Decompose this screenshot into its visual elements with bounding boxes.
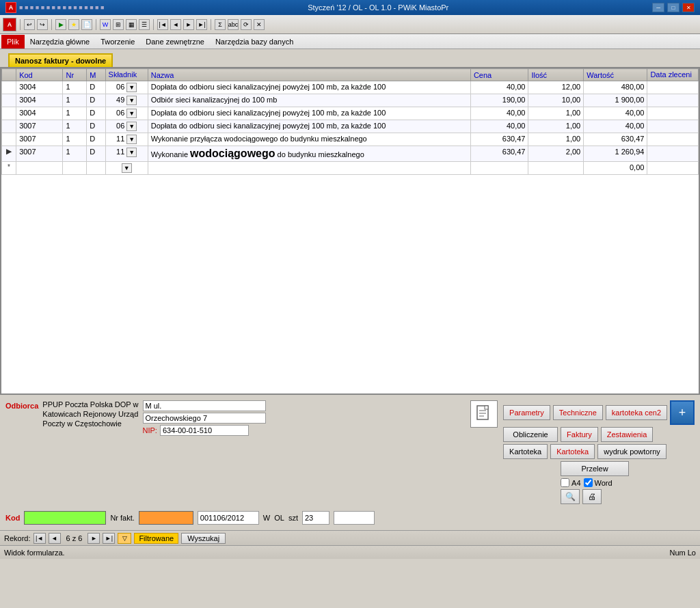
col-cena: Cena (470, 69, 528, 81)
word-checkbox[interactable] (584, 478, 593, 487)
dropdown-5[interactable]: ▼ (126, 135, 137, 144)
table-row-new: * ▼ 0,00 (2, 162, 699, 175)
svg-rect-1 (485, 406, 488, 409)
przelew-button[interactable]: Przelew (561, 461, 629, 476)
icon-star[interactable]: ★ (68, 19, 79, 30)
icon-nav-prev[interactable]: ◄ (170, 19, 181, 30)
filter-icon: ▽ (118, 533, 131, 544)
table-row: 3004 1 D 49 ▼ Odbiór sieci kanalizacyjne… (2, 94, 699, 107)
a4-checkbox[interactable] (561, 478, 569, 487)
icon-redo[interactable]: ↪ (37, 19, 48, 30)
kartoteka2-button[interactable]: Kartoteka (550, 444, 595, 459)
table-row: 3007 1 D 06 ▼ Dopłata do odbioru sieci k… (2, 120, 699, 133)
company-line3: Poczty w Częstochowie (42, 419, 138, 428)
form-title: Nanosz faktury - dowolne (8, 53, 113, 67)
a4-label: A4 (571, 479, 580, 487)
icon-doc[interactable]: 📄 (81, 19, 92, 30)
menu-plik[interactable]: Plik (1, 35, 25, 49)
menu-bar: Plik Narzędzia główne Tworzenie Dane zew… (0, 34, 700, 49)
kartoteka-cen2-button[interactable]: kartoteka cen2 (606, 405, 667, 420)
w-label: W (263, 514, 270, 522)
address-field2[interactable] (143, 413, 266, 424)
nip-field[interactable] (160, 425, 249, 436)
nav-next-button[interactable]: ► (88, 533, 100, 544)
dropdown-3[interactable]: ▼ (126, 109, 137, 118)
col-skladnik: Skła­dnik (105, 69, 148, 81)
techniczne-button[interactable]: Techniczne (553, 405, 603, 420)
col-wartosc: Wartość (584, 69, 647, 81)
dropdown-new[interactable]: ▼ (122, 163, 132, 173)
zestawienia-button[interactable]: Zestawienia (601, 427, 654, 442)
table-row: ▶ 3007 1 D 11 ▼ Wykonanie wodociągowego … (2, 146, 699, 162)
icon-chart[interactable]: ▦ (126, 19, 137, 30)
kod-input[interactable] (24, 511, 106, 525)
status-text: Widok formularza. (4, 549, 65, 557)
icon-filter[interactable]: Σ (215, 19, 226, 30)
record-navigator: Rekord: |◄ ◄ 6 z 6 ► ►| ▽ Filtrowane Wys… (0, 530, 700, 545)
data-table: Kod Nr M Skła­dnik Nazwa Cena Ilość Wart… (1, 68, 699, 175)
nav-prev-button[interactable]: ◄ (49, 533, 61, 544)
col-nr: Nr (63, 69, 87, 81)
faktury-button[interactable]: Faktury (561, 427, 598, 442)
kartoteka1-button[interactable]: Kartoteka (503, 444, 548, 459)
search-button[interactable]: Wyszukaj (181, 533, 226, 544)
doc-icon (470, 400, 498, 428)
minimize-button[interactable]: ─ (652, 3, 664, 12)
nav-last-button[interactable]: ►| (103, 533, 115, 544)
window-title: Styczeń '12 / OL - OL 1.0 - PWiK MiastoP… (308, 3, 448, 12)
menu-baza[interactable]: Narzędzia bazy danych (210, 35, 299, 49)
icon-grid[interactable]: ⊞ (113, 19, 124, 30)
nav-first-button[interactable]: |◄ (33, 533, 46, 544)
nr-fakt-label: Nr fakt. (110, 514, 134, 522)
icon-form[interactable]: ☰ (139, 19, 150, 30)
icon-run[interactable]: ▶ (55, 19, 66, 30)
col-indicator (2, 69, 16, 81)
maximize-button[interactable]: □ (667, 3, 679, 12)
dropdown-1[interactable]: ▼ (126, 83, 137, 92)
dropdown-4[interactable]: ▼ (126, 122, 137, 131)
app-icon: A (5, 2, 16, 13)
toolbar-row1: A ↩ ↪ ▶ ★ 📄 W ⊞ ▦ ☰ |◄ ◄ ► ►| Σ abc ⟳ ✕ (0, 15, 700, 34)
kod-label: Kod (5, 514, 20, 522)
table-row: 3004 1 D 06 ▼ Dopłata do odbioru sieci k… (2, 81, 699, 94)
icon-save[interactable]: A (3, 18, 16, 31)
icon-nav-next[interactable]: ► (183, 19, 194, 30)
menu-dane[interactable]: Dane zewnętrzne (140, 35, 210, 49)
print-icon[interactable]: 🖨 (582, 489, 602, 504)
col-nazwa: Nazwa (148, 69, 470, 81)
icon-undo[interactable]: ↩ (24, 19, 35, 30)
bottom-form: Kod Nr fakt. W OL szt (5, 508, 695, 527)
address-field1[interactable] (143, 400, 266, 411)
preview-icon[interactable]: 🔍 (561, 489, 580, 504)
icon-check[interactable]: W (100, 19, 111, 30)
icon-spell[interactable]: abc (228, 19, 239, 30)
invoice-number-input[interactable] (198, 511, 259, 525)
col-m: M (87, 69, 105, 81)
nip-label: NIP: (143, 426, 157, 434)
obliczenie-button[interactable]: Obliczenie (503, 427, 558, 442)
wydruk-powtorny-button[interactable]: wydruk powtorny (597, 444, 667, 459)
icon-nav-first[interactable]: |◄ (157, 19, 168, 30)
menu-tworzenie[interactable]: Tworzenie (95, 35, 140, 49)
title-bar: A ■ ■ ■ ■ ■ ■ ■ ■ ■ ■ ■ ■ ■ ■ ■ ■ Stycze… (0, 0, 700, 15)
parametry-button[interactable]: Parametry (503, 405, 550, 420)
szt-input[interactable] (302, 511, 329, 525)
dropdown-2[interactable]: ▼ (126, 96, 137, 105)
company-line2: Katowicach Rejonowy Urząd (42, 410, 138, 418)
extra-input[interactable] (334, 511, 375, 525)
odbiorca-label: Odbiorca (5, 400, 38, 410)
icon-nav-last[interactable]: ►| (196, 19, 207, 30)
menu-narzedzia[interactable]: Narzędzia główne (25, 35, 95, 49)
word-label: Word (595, 479, 612, 487)
close-button[interactable]: ✕ (682, 3, 695, 12)
icon-misc2[interactable]: ✕ (254, 19, 265, 30)
ol-label: OL (274, 514, 284, 522)
col-data: Data zleceni (647, 69, 699, 81)
table-row: 3007 1 D 11 ▼ Wykonanie przyłącza wodoci… (2, 133, 699, 146)
icon-misc1[interactable]: ⟳ (241, 19, 252, 30)
dropdown-6[interactable]: ▼ (126, 148, 137, 157)
add-button[interactable]: + (670, 400, 695, 425)
nr-fakt-input[interactable] (139, 511, 193, 525)
table-row: 3004 1 D 06 ▼ Dopłata do odbioru sieci k… (2, 107, 699, 120)
record-label: Rekord: (4, 534, 31, 542)
